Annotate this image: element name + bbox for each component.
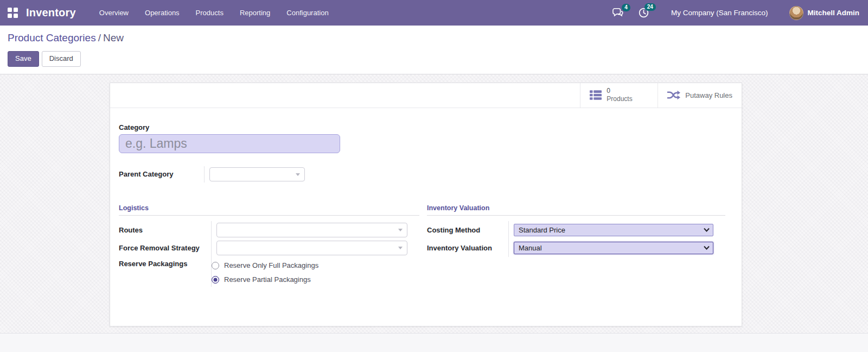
category-label: Category [119, 123, 733, 131]
reserve-packagings-row: Reserve Packagings Reserve Only Full Pac… [119, 257, 419, 287]
apps-grid-square [14, 14, 18, 18]
costing-method-value-cell: Standard Price [509, 224, 725, 236]
reserve-packagings-label: Reserve Packagings [119, 260, 187, 268]
chevron-down-icon [398, 247, 403, 249]
company-switcher[interactable]: My Company (San Francisco) [671, 9, 768, 17]
force-removal-label: Force Removal Strategy [119, 244, 200, 252]
th-list-icon [590, 90, 602, 100]
parent-category-label-cell: Parent Category [119, 166, 205, 183]
routes-label-cell: Routes [119, 221, 212, 239]
navbar-systray: 4 24 My Company (San Francisco) Mitchell… [612, 6, 859, 20]
costing-method-label-cell: Costing Method [427, 221, 509, 239]
radio-checked-icon[interactable] [212, 276, 219, 284]
stat-button-box: 0 Products Putaway Rules [110, 83, 742, 108]
form-action-buttons: Save Discard [8, 51, 860, 67]
costing-method-select[interactable]: Standard Price [514, 224, 713, 236]
radio-reserve-full-label: Reserve Only Full Packagings [224, 261, 318, 269]
user-avatar [789, 6, 803, 20]
costing-method-row: Costing Method Standard Price [427, 221, 725, 239]
breadcrumb: Product Categories/New [8, 32, 860, 44]
products-stat-text: 0 Products [607, 87, 632, 104]
reserve-packagings-value-cell: Reserve Only Full Packagings Reserve Par… [212, 257, 419, 287]
top-navbar: Inventory Overview Operations Products R… [0, 0, 868, 26]
routes-label: Routes [119, 226, 143, 234]
routes-row: Routes [119, 221, 419, 239]
content-background: 0 Products Putaway Rules [0, 74, 868, 333]
apps-grid-square [8, 8, 12, 12]
products-count: 0 [607, 87, 632, 96]
parent-category-row: Parent Category [119, 166, 733, 183]
form-groups: Logistics Routes Force Re [119, 204, 733, 287]
radio-reserve-full[interactable]: Reserve Only Full Packagings [212, 259, 419, 273]
routes-value-cell [212, 223, 419, 237]
inventory-valuation-value-cell: Manual [509, 242, 725, 254]
control-panel: Product Categories/New Save Discard [0, 26, 868, 74]
apps-menu-icon[interactable] [8, 8, 18, 18]
force-removal-combobox[interactable] [216, 241, 407, 255]
putaway-rules-label: Putaway Rules [685, 91, 732, 99]
radio-reserve-partial-label: Reserve Partial Packagings [224, 275, 311, 284]
reserve-packagings-label-cell: Reserve Packagings [119, 257, 212, 287]
costing-method-label: Costing Method [427, 226, 480, 234]
inventory-valuation-label-cell: Inventory Valuation [427, 239, 509, 257]
save-button[interactable]: Save [8, 51, 39, 67]
category-field-block: Category [119, 123, 733, 153]
breadcrumb-separator: / [96, 32, 103, 43]
form-body: Category Parent Category Logistics [110, 123, 742, 287]
shuffle-icon [667, 90, 680, 100]
routes-combobox[interactable] [216, 223, 407, 237]
main-menu: Overview Operations Products Reporting C… [91, 0, 337, 26]
apps-grid-square [14, 8, 18, 12]
radio-reserve-partial[interactable]: Reserve Partial Packagings [212, 273, 419, 287]
force-removal-label-cell: Force Removal Strategy [119, 239, 212, 257]
putaway-rules-stat-button[interactable]: Putaway Rules [658, 83, 742, 108]
inventory-valuation-row: Inventory Valuation Manual [427, 239, 725, 257]
inventory-valuation-group: Inventory Valuation Costing Method Stand… [427, 204, 725, 287]
activities-count-badge: 24 [644, 3, 656, 11]
apps-grid-square [8, 14, 12, 18]
bottom-band [0, 333, 868, 352]
parent-category-label: Parent Category [119, 170, 173, 178]
chevron-down-icon [296, 173, 300, 176]
user-menu[interactable]: Mitchell Admin [789, 6, 859, 20]
parent-category-value-cell [205, 167, 733, 181]
menu-configuration[interactable]: Configuration [278, 0, 336, 26]
radio-unchecked-icon[interactable] [212, 262, 219, 269]
menu-operations[interactable]: Operations [137, 0, 188, 26]
products-label: Products [607, 95, 632, 104]
menu-reporting[interactable]: Reporting [232, 0, 278, 26]
parent-category-combobox[interactable] [209, 167, 305, 181]
products-stat-button[interactable]: 0 Products [580, 83, 658, 108]
logistics-group: Logistics Routes Force Re [119, 204, 419, 287]
app-title[interactable]: Inventory [26, 7, 76, 19]
inventory-valuation-label: Inventory Valuation [427, 244, 492, 252]
messages-count-badge: 4 [622, 4, 630, 11]
user-name: Mitchell Admin [807, 9, 859, 17]
breadcrumb-product-categories[interactable]: Product Categories [8, 32, 96, 43]
inventory-valuation-select[interactable]: Manual [514, 242, 713, 254]
activities-button[interactable]: 24 [638, 7, 649, 18]
category-name-input[interactable] [119, 134, 340, 153]
breadcrumb-new: New [103, 32, 124, 43]
menu-products[interactable]: Products [188, 0, 232, 26]
messages-button[interactable]: 4 [612, 8, 624, 18]
discard-button[interactable]: Discard [42, 51, 81, 67]
force-removal-row: Force Removal Strategy [119, 239, 419, 257]
logistics-section-title: Logistics [119, 204, 419, 216]
force-removal-value-cell [212, 241, 419, 255]
inventory-valuation-section-title: Inventory Valuation [427, 204, 725, 216]
chevron-down-icon [398, 229, 403, 231]
form-sheet: 0 Products Putaway Rules [110, 83, 742, 326]
menu-overview[interactable]: Overview [91, 0, 137, 26]
